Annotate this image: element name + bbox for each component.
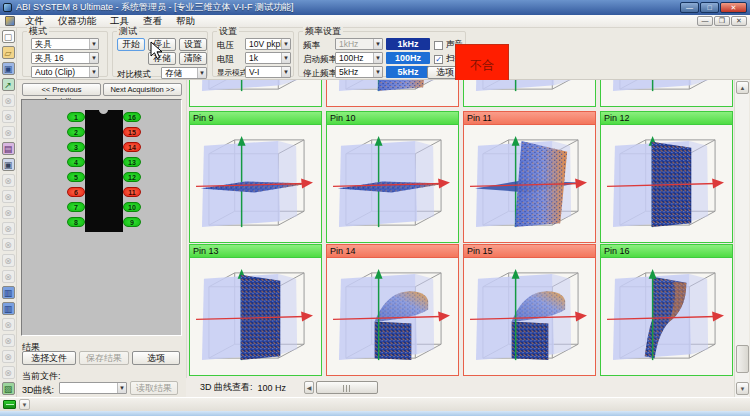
- panel-blue-icon[interactable]: ▥: [2, 286, 15, 299]
- pin-3d-plot[interactable]: [190, 258, 321, 375]
- pin-3d-plot[interactable]: [327, 258, 458, 375]
- compare-mode-select[interactable]: 存储▼: [161, 67, 207, 79]
- stop-frequency-display: 5kHz: [386, 66, 430, 78]
- auto-clip-select[interactable]: Auto (Clip)▼: [31, 66, 99, 78]
- scroll-up-icon[interactable]: ▲: [736, 81, 749, 94]
- pin-3d-plot[interactable]: [601, 125, 732, 242]
- new-document-icon[interactable]: ▢: [2, 30, 15, 43]
- pin-3d-plot[interactable]: [327, 125, 458, 242]
- chevron-down-icon: ▼: [197, 68, 206, 78]
- stop-frequency-select[interactable]: 5kHz▼: [335, 66, 383, 78]
- status-dropdown-icon[interactable]: ▼: [19, 399, 30, 410]
- pin-panel[interactable]: Pin 11: [463, 111, 596, 243]
- chip-pin-indicator[interactable]: 10: [123, 202, 141, 212]
- palette-icon[interactable]: ▤: [2, 142, 15, 155]
- chip-pin-indicator[interactable]: 3: [67, 142, 85, 152]
- close-button[interactable]: ✕: [720, 2, 747, 13]
- chip-pin-indicator[interactable]: 16: [123, 112, 141, 122]
- chip-pin-indicator[interactable]: 8: [67, 217, 85, 227]
- display-mode-label: 显示模式: [217, 68, 247, 78]
- pin-3d-plot[interactable]: [464, 125, 595, 242]
- chip-pin-indicator[interactable]: 9: [123, 217, 141, 227]
- chip-pin-indicator[interactable]: 14: [123, 142, 141, 152]
- setup-button[interactable]: 设置: [179, 38, 207, 51]
- save-results-button[interactable]: 保存结果: [79, 351, 129, 365]
- chip-pin-indicator[interactable]: 2: [67, 127, 85, 137]
- chip-pin-indicator[interactable]: 1: [67, 112, 85, 122]
- vertical-scrollbar[interactable]: ▲ ▼: [734, 80, 749, 397]
- pin-3d-plot[interactable]: [601, 80, 732, 106]
- pin-panel[interactable]: Pin 9: [189, 111, 322, 243]
- chip-pin-indicator[interactable]: 15: [123, 127, 141, 137]
- chip-pin-indicator[interactable]: 11: [123, 187, 141, 197]
- voltage-select[interactable]: 10V pkpk▼: [245, 38, 291, 50]
- chip-pin-indicator[interactable]: 6: [67, 187, 85, 197]
- pin-3d-plot[interactable]: [464, 80, 595, 106]
- display-mode-select[interactable]: V-I▼: [245, 66, 291, 78]
- stop-button[interactable]: 停止: [148, 38, 176, 51]
- menu-item[interactable]: 查看: [136, 15, 169, 26]
- pin-3d-plot[interactable]: [190, 125, 321, 242]
- start-button[interactable]: 开始: [117, 38, 145, 51]
- store-button[interactable]: 存储: [148, 52, 176, 65]
- maximize-button[interactable]: □: [700, 2, 719, 13]
- chip-pin-indicator[interactable]: 5: [67, 172, 85, 182]
- chip-pin-indicator[interactable]: 4: [67, 157, 85, 167]
- pin-panel[interactable]: Pin 8: [600, 80, 733, 107]
- minimize-button[interactable]: —: [680, 2, 699, 13]
- select-file-button[interactable]: 选择文件: [22, 351, 76, 365]
- pin-panel-header: Pin 12: [601, 112, 732, 125]
- clear-button[interactable]: 清除: [179, 52, 207, 65]
- mode-group: 模式 夹具▼ 夹具 16▼ Auto (Clip)▼: [22, 31, 108, 77]
- mdi-close-button[interactable]: ✕: [731, 16, 747, 26]
- curve-file-select[interactable]: ▼: [59, 382, 127, 394]
- results-options-button[interactable]: 选项: [132, 351, 180, 365]
- pin-3d-plot[interactable]: [464, 258, 595, 375]
- mdi-minimize-button[interactable]: —: [697, 16, 713, 26]
- pin-3d-plot[interactable]: [327, 80, 458, 106]
- pin-panel[interactable]: Pin 16: [600, 244, 733, 376]
- chevron-down-icon: ▼: [89, 53, 98, 63]
- title-bar: ABI SYSTEM 8 Ultimate - 系统管理员 - [专业三维立体 …: [0, 0, 750, 15]
- test-group: 测试 开始 停止 设置 存储 清除 对比模式 存储▼: [112, 31, 208, 77]
- connection-status-icon: [3, 400, 16, 409]
- chip-pin-indicator[interactable]: 12: [123, 172, 141, 182]
- pin-panel[interactable]: Pin 5: [189, 80, 322, 107]
- menu-item[interactable]: 文件: [18, 15, 51, 26]
- pin-panel[interactable]: Pin 12: [600, 111, 733, 243]
- start-frequency-select[interactable]: 100Hz▼: [335, 52, 383, 64]
- chip-pin-indicator[interactable]: 13: [123, 157, 141, 167]
- pin-panel[interactable]: Pin 7: [463, 80, 596, 107]
- pin-3d-plot[interactable]: [190, 80, 321, 106]
- read-results-button[interactable]: 读取结果: [130, 381, 178, 395]
- export-chart-icon[interactable]: ↗: [2, 78, 15, 91]
- pin-panel[interactable]: Pin 10: [326, 111, 459, 243]
- scrollbar-thumb[interactable]: [736, 345, 749, 373]
- save-icon[interactable]: ▣: [2, 62, 15, 75]
- fixture-select[interactable]: 夹具▼: [31, 38, 99, 50]
- mdi-child-icon: [5, 16, 15, 26]
- pin-panel[interactable]: Pin 6: [326, 80, 459, 107]
- frequency-label: 频率: [303, 40, 320, 50]
- previous-acquisition-button[interactable]: << Previous Acquisition: [22, 83, 101, 96]
- pin-3d-plot[interactable]: [601, 258, 732, 375]
- menu-item[interactable]: 帮助: [169, 15, 202, 26]
- panel-blue-icon[interactable]: ▥: [2, 302, 15, 315]
- slider-thumb[interactable]: [316, 381, 378, 394]
- slider-left-icon[interactable]: ◀: [304, 381, 314, 394]
- fixture-size-select[interactable]: 夹具 16▼: [31, 52, 99, 64]
- resistance-select[interactable]: 1k▼: [245, 52, 291, 64]
- menu-item[interactable]: 仪器功能: [51, 15, 103, 26]
- next-acquisition-button[interactable]: Next Acquisition >>: [103, 83, 182, 96]
- pin-panel[interactable]: Pin 13: [189, 244, 322, 376]
- scroll-down-icon[interactable]: ▼: [736, 382, 749, 395]
- save-small-icon[interactable]: ▣: [2, 158, 15, 171]
- image-icon[interactable]: ▨: [2, 382, 15, 395]
- chip-pin-indicator[interactable]: 7: [67, 202, 85, 212]
- mdi-restore-button[interactable]: ❐: [714, 16, 730, 26]
- open-folder-icon[interactable]: ▱: [2, 46, 15, 59]
- window-title: ABI SYSTEM 8 Ultimate - 系统管理员 - [专业三维立体 …: [16, 1, 294, 14]
- pin-panel[interactable]: Pin 15: [463, 244, 596, 376]
- menu-item[interactable]: 工具: [103, 15, 136, 26]
- pin-panel[interactable]: Pin 14: [326, 244, 459, 376]
